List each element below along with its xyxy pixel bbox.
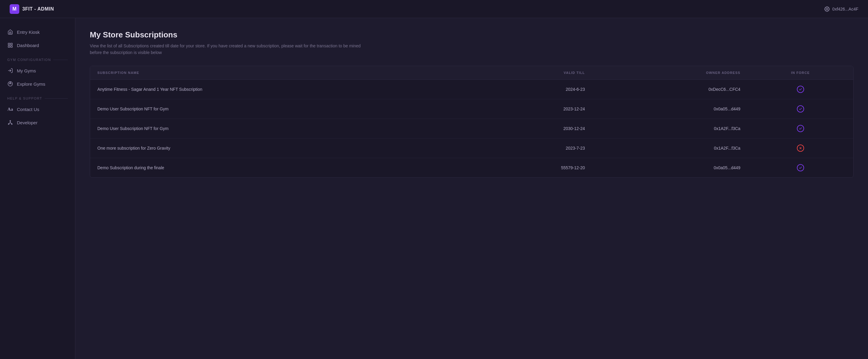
cell-subscription-name: Anytime Fitness - Sagar Anand 1 Year NFT… — [90, 79, 470, 99]
cell-in-force — [748, 158, 853, 177]
cell-in-force — [748, 79, 853, 99]
subscriptions-table: SUBSCRIPTION NAME VALID TILL OWNER ADDRE… — [90, 66, 853, 177]
sidebar-item-label: My Gyms — [17, 68, 36, 73]
table-row[interactable]: One more subscription for Zero Gravity20… — [90, 138, 853, 158]
cell-owner-address: 0x1A2F...f3Ca — [592, 138, 748, 158]
sidebar-item-label: Explore Gyms — [17, 81, 45, 87]
svg-point-9 — [11, 124, 12, 125]
table-row[interactable]: Demo Subscription during the finale55579… — [90, 158, 853, 177]
table-body: Anytime Fitness - Sagar Anand 1 Year NFT… — [90, 79, 853, 177]
active-status-icon — [797, 86, 804, 93]
table-header: SUBSCRIPTION NAME VALID TILL OWNER ADDRE… — [90, 66, 853, 80]
svg-point-0 — [826, 8, 828, 10]
sidebar-item-label: Entry Kiosk — [17, 30, 40, 35]
cell-valid-till: 55579-12-20 — [470, 158, 592, 177]
dashboard-icon — [7, 42, 13, 48]
sidebar: Entry Kiosk Dashboard GYM CONFIGURATION — [0, 18, 75, 359]
settings-icon[interactable] — [824, 6, 830, 12]
sidebar-item-explore-gyms[interactable]: Explore Gyms — [0, 77, 75, 90]
active-status-icon — [797, 125, 804, 132]
sidebar-item-label: Developer — [17, 120, 37, 125]
app-title: 3FIT - ADMIN — [22, 6, 54, 12]
active-status-icon — [797, 164, 804, 171]
logo-area: M 3FIT - ADMIN — [10, 4, 54, 14]
cell-valid-till: 2024-6-23 — [470, 79, 592, 99]
subscriptions-table-container: SUBSCRIPTION NAME VALID TILL OWNER ADDRE… — [90, 66, 854, 178]
wallet-address: 0xf426...Ac4F — [832, 7, 858, 11]
svg-rect-1 — [8, 43, 10, 45]
my-gyms-icon — [7, 67, 13, 74]
cell-valid-till: 2030-12-24 — [470, 118, 592, 138]
svg-point-8 — [8, 124, 9, 125]
page-description: View the list of all Subscriptions creat… — [90, 43, 361, 56]
cell-subscription-name: Demo User Subscription NFT for Gym — [90, 99, 470, 118]
sidebar-item-dashboard[interactable]: Dashboard — [0, 38, 75, 52]
cell-subscription-name: Demo Subscription during the finale — [90, 158, 470, 177]
cell-subscription-name: One more subscription for Zero Gravity — [90, 138, 470, 158]
sidebar-item-my-gyms[interactable]: My Gyms — [0, 64, 75, 77]
cell-subscription-name: Demo User Subscription NFT for Gym — [90, 118, 470, 138]
inactive-status-icon — [797, 144, 804, 152]
sidebar-item-contact-us[interactable]: Aa Contact Us — [0, 103, 75, 116]
col-header-valid-till: VALID TILL — [470, 66, 592, 80]
logo-icon: M — [10, 4, 19, 14]
cell-valid-till: 2023-7-23 — [470, 138, 592, 158]
cell-in-force — [748, 118, 853, 138]
contact-icon: Aa — [7, 106, 13, 112]
explore-gyms-icon — [7, 81, 13, 87]
svg-point-7 — [10, 120, 11, 121]
cell-owner-address: 0x0a05...d449 — [592, 99, 748, 118]
cell-valid-till: 2023-12-24 — [470, 99, 592, 118]
col-header-owner-address: OWNER ADDRESS — [592, 66, 748, 80]
app-header: M 3FIT - ADMIN 0xf426...Ac4F — [0, 0, 868, 18]
sidebar-section-help: HELP & SUPPORT — [0, 90, 75, 103]
sidebar-item-label: Contact Us — [17, 107, 39, 112]
sidebar-item-developer[interactable]: Developer — [0, 116, 75, 129]
cell-owner-address: 0x1A2F...f3Ca — [592, 118, 748, 138]
home-icon — [7, 29, 13, 35]
col-header-in-force: IN FORCE — [748, 66, 853, 80]
table-row[interactable]: Demo User Subscription NFT for Gym2030-1… — [90, 118, 853, 138]
active-status-icon — [797, 105, 804, 113]
svg-line-12 — [10, 123, 12, 124]
svg-rect-3 — [11, 46, 12, 47]
main-content: My Store Subscriptions View the list of … — [75, 18, 868, 359]
cell-owner-address: 0xDecC6...CFC4 — [592, 79, 748, 99]
cell-in-force — [748, 99, 853, 118]
sidebar-section-gym-config: GYM CONFIGURATION — [0, 52, 75, 64]
sidebar-item-entry-kiosk[interactable]: Entry Kiosk — [0, 25, 75, 38]
sidebar-item-label: Dashboard — [17, 43, 39, 48]
cell-owner-address: 0x0a05...d449 — [592, 158, 748, 177]
developer-icon — [7, 119, 13, 126]
svg-rect-4 — [8, 46, 10, 47]
svg-rect-2 — [11, 43, 12, 45]
table-row[interactable]: Anytime Fitness - Sagar Anand 1 Year NFT… — [90, 79, 853, 99]
page-title: My Store Subscriptions — [90, 30, 854, 39]
cell-in-force — [748, 138, 853, 158]
col-header-name: SUBSCRIPTION NAME — [90, 66, 470, 80]
wallet-info: 0xf426...Ac4F — [824, 6, 858, 12]
table-row[interactable]: Demo User Subscription NFT for Gym2023-1… — [90, 99, 853, 118]
svg-line-11 — [9, 123, 10, 124]
